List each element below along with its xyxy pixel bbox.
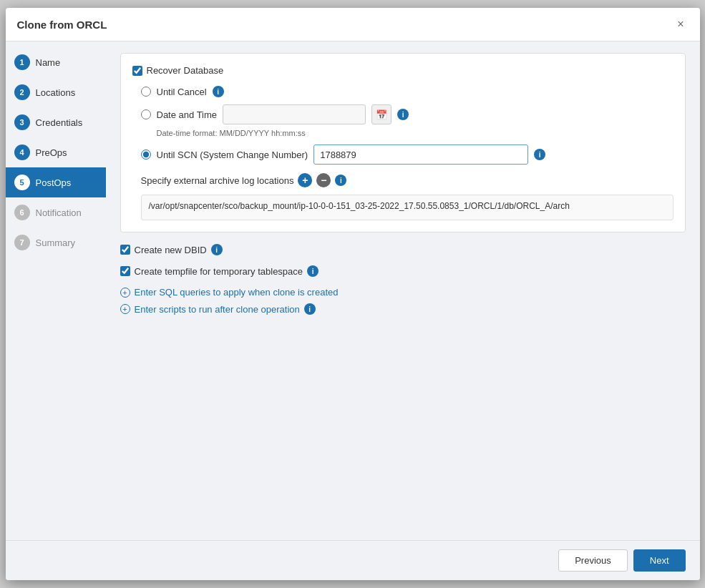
sidebar-item-summary[interactable]: 7 Summary [6,227,106,258]
modal-footer: Previous Next [6,540,700,580]
archive-label: Specify external archive log locations [141,175,294,186]
scn-radio[interactable] [141,150,151,160]
radio-section: Until Cancel i Date and Time 📅 i Date-ti… [132,86,674,220]
recover-db-label: Recover Database [147,65,224,76]
until-cancel-label: Until Cancel [157,87,207,97]
archive-info-icon[interactable]: i [335,175,346,186]
scripts-expand-icon: + [120,304,130,314]
scn-label: Until SCN (System Change Number) [157,150,308,160]
sidebar-label-notification: Notification [36,207,82,218]
until-cancel-row: Until Cancel i [141,86,674,97]
date-format-hint: Date-time format: MM/DD/YYYY hh:mm:ss [157,129,674,137]
archive-path-display: /var/opt/snapcenter/sco/backup_mount/ip-… [141,195,674,220]
step-num-1: 1 [14,54,30,70]
step-num-5: 5 [14,175,30,190]
sidebar-item-name[interactable]: 1 Name [6,47,106,77]
close-button[interactable]: × [673,16,688,32]
until-cancel-radio[interactable] [141,87,151,97]
sidebar-label-preops: PreOps [36,147,67,158]
sql-queries-link[interactable]: Enter SQL queries to apply when clone is… [135,287,339,298]
step-num-3: 3 [14,114,30,130]
next-button[interactable]: Next [633,549,686,572]
scripts-link[interactable]: Enter scripts to run after clone operati… [135,304,300,315]
create-tempfile-checkbox[interactable] [120,266,130,276]
create-dbid-row: Create new DBID i [120,244,686,255]
create-dbid-info-icon[interactable]: i [211,244,223,255]
step-num-6: 6 [14,205,30,220]
modal-body: 1 Name 2 Locations 3 Credentials 4 PreOp… [6,41,700,540]
date-time-row: Date and Time 📅 i [141,104,674,124]
sql-queries-row: + Enter SQL queries to apply when clone … [120,287,686,298]
scn-row: Until SCN (System Change Number) i [141,144,674,165]
sql-expand-icon: + [120,288,130,298]
archive-row: Specify external archive log locations +… [141,173,674,187]
sidebar-item-credentials[interactable]: 3 Credentials [6,107,106,137]
create-dbid-label: Create new DBID [135,245,207,255]
previous-button[interactable]: Previous [558,549,628,572]
modal-header: Clone from ORCL × [6,8,700,41]
sidebar-label-name: Name [36,57,61,68]
date-time-label: Date and Time [157,109,218,120]
archive-remove-button[interactable]: − [316,173,331,187]
step-num-7: 7 [14,235,30,250]
sidebar-item-preops[interactable]: 4 PreOps [6,137,106,167]
create-tempfile-label: Create tempfile for temporary tablespace [135,266,303,277]
sidebar-label-postops: PostOps [36,177,72,188]
create-tempfile-info-icon[interactable]: i [307,265,319,277]
until-cancel-info-icon[interactable]: i [213,86,224,97]
step-num-2: 2 [14,84,30,100]
clone-modal: Clone from ORCL × 1 Name 2 Locations 3 C… [6,8,700,580]
scripts-row: + Enter scripts to run after clone opera… [120,303,686,315]
create-dbid-checkbox[interactable] [120,245,130,255]
recover-db-checkbox[interactable] [132,66,142,76]
scn-info-icon[interactable]: i [534,149,545,160]
step-num-4: 4 [14,144,30,160]
sidebar-label-locations: Locations [36,87,76,98]
scripts-info-icon[interactable]: i [304,303,316,315]
main-content: Recover Database Until Cancel i Date an [106,41,700,540]
sidebar-item-locations[interactable]: 2 Locations [6,77,106,107]
create-tempfile-row: Create tempfile for temporary tablespace… [120,265,686,277]
below-section: Create new DBID i Create tempfile for te… [120,244,686,315]
date-time-input[interactable] [223,104,366,124]
date-time-radio[interactable] [141,109,151,119]
sidebar-item-notification[interactable]: 6 Notification [6,197,106,227]
archive-add-button[interactable]: + [298,173,312,187]
recover-db-row: Recover Database [132,65,674,76]
sidebar-label-credentials: Credentials [36,117,83,128]
scn-input[interactable] [313,144,528,165]
sidebar-item-postops[interactable]: 5 PostOps [6,167,106,197]
recover-db-section: Recover Database Until Cancel i Date an [120,53,686,232]
sidebar: 1 Name 2 Locations 3 Credentials 4 PreOp… [6,41,106,540]
modal-title: Clone from ORCL [17,19,107,31]
sidebar-label-summary: Summary [36,237,76,248]
calendar-button[interactable]: 📅 [371,104,392,124]
date-time-info-icon[interactable]: i [397,109,409,120]
